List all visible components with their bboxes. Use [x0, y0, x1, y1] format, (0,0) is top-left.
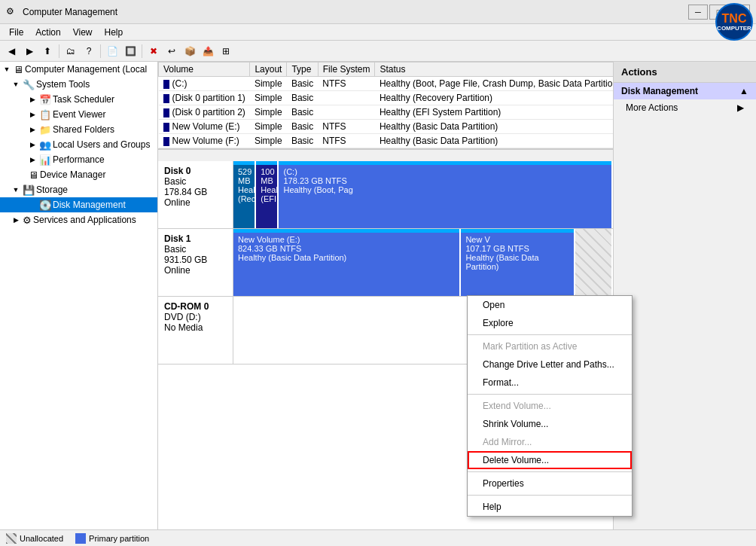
disk-type: DVD (D:) — [164, 312, 227, 322]
context-menu-item[interactable]: Explore — [468, 314, 632, 332]
sidebar-device-manager[interactable]: 🖥 Device Manager — [0, 167, 157, 182]
services-expand[interactable]: ▶ — [11, 215, 21, 225]
menu-view[interactable]: View — [67, 26, 99, 39]
table-row[interactable]: New Volume (F:) Simple Basic NTFS Health… — [159, 134, 614, 148]
actions-section-disk-management[interactable]: Disk Management ▲ — [614, 83, 756, 99]
legend-primary-label: Primary partition — [89, 534, 149, 543]
delete-toolbar-button[interactable]: ✖ — [145, 43, 162, 59]
menu-help[interactable]: Help — [99, 26, 130, 39]
context-menu-item[interactable]: Help — [468, 498, 632, 516]
back-button[interactable]: ◀ — [3, 43, 20, 59]
col-type[interactable]: Type — [287, 63, 318, 77]
partition-label: 529 MB Healthy (Recovery — [238, 167, 250, 203]
root-expand[interactable]: ▼ — [2, 64, 12, 75]
legend-unallocated-box — [6, 533, 17, 544]
storage-label: Storage — [36, 185, 68, 195]
disk-name: CD-ROM 0 — [164, 301, 227, 312]
show-hide-button[interactable]: 🗂 — [62, 43, 79, 59]
disk-size: 178.84 GB — [164, 187, 227, 197]
disk-mgmt-icon: 💽 — [39, 200, 51, 211]
col-status[interactable]: Status — [375, 63, 613, 77]
forward-button[interactable]: ▶ — [21, 43, 38, 59]
sidebar-services[interactable]: ▶ ⚙ Services and Applications — [0, 212, 157, 227]
col-layout[interactable]: Layout — [250, 63, 287, 77]
partition[interactable]: (C:) 178.23 GB NTFS Healthy (Boot, Pag — [279, 161, 613, 228]
table-row[interactable]: (C:) Simple Basic NTFS Healthy (Boot, Pa… — [159, 77, 614, 91]
context-menu-item: Add Mirror... — [468, 433, 632, 451]
grid-button[interactable]: ⊞ — [218, 43, 234, 59]
up-button[interactable]: ⬆ — [39, 43, 56, 59]
sidebar-local-users[interactable]: ▶ 👥 Local Users and Groups — [0, 137, 157, 152]
sidebar-task-scheduler[interactable]: ▶ 📅 Task Scheduler — [0, 92, 157, 107]
context-menu-item[interactable]: Change Drive Letter and Paths... — [468, 355, 632, 374]
volume-table-container: Volume Layout Type File System Status (C… — [158, 62, 613, 149]
context-menu-item[interactable]: Format... — [468, 374, 632, 392]
local-users-expand[interactable]: ▶ — [27, 139, 38, 150]
sidebar-performance[interactable]: ▶ 📊 Performance — [0, 152, 157, 167]
toolbar-sep2 — [100, 44, 101, 58]
sidebar-disk-management[interactable]: 💽 Disk Management — [0, 197, 157, 212]
refresh-toolbar-button[interactable]: ↩ — [163, 43, 180, 59]
context-menu-item: Mark Partition as Active — [468, 337, 632, 355]
new-button[interactable]: 📄 — [104, 43, 120, 59]
context-menu-item[interactable]: Open — [468, 296, 632, 314]
context-menu-item[interactable]: Delete Volume... — [468, 451, 632, 469]
task-sched-expand[interactable]: ▶ — [27, 94, 38, 105]
import-button[interactable]: 📤 — [200, 43, 216, 59]
cell-fs — [318, 105, 375, 120]
partition[interactable] — [575, 229, 613, 296]
disk-row: Disk 0 Basic 178.84 GB Online 529 MB Hea… — [158, 161, 613, 229]
event-viewer-label: Event Viewer — [53, 109, 105, 120]
context-menu-item[interactable]: Shrink Volume... — [468, 415, 632, 433]
cell-layout: Simple — [250, 134, 287, 148]
table-row[interactable]: (Disk 0 partition 1) Simple Basic Health… — [159, 91, 614, 105]
event-viewer-expand[interactable]: ▶ — [27, 109, 38, 120]
sidebar-storage[interactable]: ▼ 💾 Storage — [0, 182, 157, 197]
actions-header: Actions — [614, 62, 756, 83]
cell-volume: (Disk 0 partition 2) — [159, 105, 250, 120]
cell-type: Basic — [287, 120, 318, 134]
export-button[interactable]: 📦 — [181, 43, 198, 59]
sidebar-root[interactable]: ▼ 🖥 Computer Management (Local — [0, 62, 157, 77]
event-viewer-icon: 📋 — [39, 109, 51, 120]
partition-label: (C:) 178.23 GB NTFS Healthy (Boot, Pag — [283, 167, 607, 194]
partition-label: 100 MB Healthy (EFI — [261, 167, 273, 203]
performance-expand[interactable]: ▶ — [27, 154, 38, 165]
sidebar-shared-folders[interactable]: ▶ 📁 Shared Folders — [0, 122, 157, 137]
table-row[interactable]: New Volume (E:) Simple Basic NTFS Health… — [159, 120, 614, 134]
status-bar: Unallocated Primary partition — [0, 529, 756, 546]
sidebar-system-tools[interactable]: ▼ 🔧 System Tools — [0, 77, 157, 92]
properties-toolbar-button[interactable]: 🔲 — [122, 43, 139, 59]
col-volume[interactable]: Volume — [159, 63, 250, 77]
sidebar: ▼ 🖥 Computer Management (Local ▼ 🔧 Syste… — [0, 62, 158, 529]
cell-volume: New Volume (E:) — [159, 120, 250, 134]
menu-file[interactable]: File — [3, 26, 29, 39]
horizontal-scrollbar[interactable] — [158, 149, 613, 161]
partition[interactable]: 529 MB Healthy (Recovery — [233, 161, 256, 228]
cell-volume: New Volume (F:) — [159, 134, 250, 148]
disk-label: Disk 1 Basic 931.50 GB Online — [158, 229, 233, 296]
legend-unallocated: Unallocated — [6, 533, 63, 544]
disk-label: Disk 0 Basic 178.84 GB Online — [158, 161, 233, 228]
task-sched-icon: 📅 — [39, 94, 51, 105]
shared-folders-expand[interactable]: ▶ — [27, 124, 38, 135]
storage-icon: 💾 — [23, 185, 35, 196]
menu-action[interactable]: Action — [29, 26, 66, 39]
minimize-button[interactable]: ─ — [688, 5, 708, 20]
system-tools-expand[interactable]: ▼ — [11, 79, 21, 90]
cell-fs — [318, 91, 375, 105]
actions-more-actions[interactable]: More Actions ▶ — [614, 99, 756, 116]
cell-fs: NTFS — [318, 77, 375, 91]
sidebar-event-viewer[interactable]: ▶ 📋 Event Viewer — [0, 107, 157, 122]
context-menu-item[interactable]: Properties — [468, 474, 632, 493]
storage-expand[interactable]: ▼ — [11, 185, 21, 195]
help-toolbar-button[interactable]: ? — [81, 43, 97, 59]
tnc-logo: TNC COMPUTER — [715, 3, 753, 41]
partition[interactable]: New V 107.17 GB NTFS Healthy (Basic Data… — [461, 229, 575, 296]
partition[interactable]: 100 MB Healthy (EFI — [256, 161, 279, 228]
cell-layout: Simple — [250, 77, 287, 91]
table-row[interactable]: (Disk 0 partition 2) Simple Basic Health… — [159, 105, 614, 120]
partition[interactable]: New Volume (E:) 824.33 GB NTFS Healthy (… — [233, 229, 461, 296]
services-label: Services and Applications — [33, 215, 136, 225]
col-filesystem[interactable]: File System — [318, 63, 375, 77]
